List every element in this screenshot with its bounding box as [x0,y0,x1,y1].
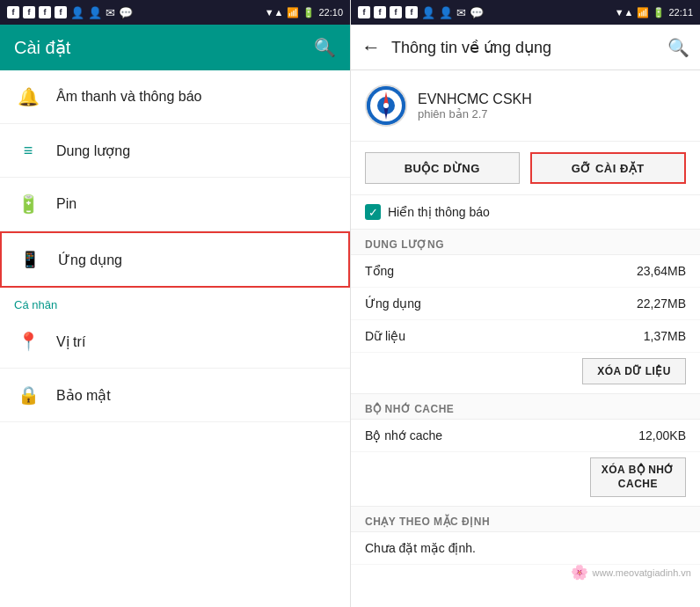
right-app-bar: ← Thông tin về ứng dụng 🔍 [351,25,700,70]
settings-sound-label: Âm thanh và thông báo [56,89,201,105]
cache-value: 12,00KB [638,428,686,442]
storage-data-label: Dữ liệu [365,329,405,343]
storage-app-value: 22,27MB [637,296,686,311]
storage-total-value: 23,64MB [637,264,686,278]
right-fb-icon-3: f [390,6,402,18]
left-time: 22:10 [318,7,343,18]
right-fb-icon-1: f [358,6,370,18]
left-panel: f f f f 👤 👤 ✉ 💬 ▼▲ 📶 🔋 22:10 Cài đặt 🔍 🔔… [0,0,350,607]
right-fb-icon-4: f [405,6,418,18]
clear-cache-btn-row: XÓA BỘ NHỚ CACHE [351,452,700,507]
status-bar-left-icons: f f f f 👤 👤 ✉ 💬 [7,6,133,19]
right-time: 22:11 [668,7,693,18]
storage-total-row: Tổng 23,64MB [351,255,700,288]
storage-icon: ≡ [14,136,42,165]
lotus-icon: 🌸 [571,564,588,581]
fb-icon-1: f [7,6,19,18]
right-msg-icon: ✉ [456,6,466,19]
right-panel: f f f f 👤 👤 ✉ 💬 ▼▲ 📶 🔋 22:11 ← Thông tin… [350,0,700,607]
settings-item-security[interactable]: 🔒 Bảo mật [0,369,350,422]
wifi-icon: ▼▲ [265,7,284,18]
notification-checkbox-label: Hiển thị thông báo [388,205,490,219]
clear-data-btn-row: XÓA DỮ LIỆU [351,353,700,394]
security-icon: 🔒 [14,381,42,409]
cache-label: Bộ nhớ cache [365,428,442,442]
messenger-icon: 💬 [119,6,133,19]
watermark-text: www.meovatgiadinh.vn [592,567,691,578]
right-search-icon[interactable]: 🔍 [667,37,689,58]
notification-checkbox-row: ✓ Hiển thị thông báo [351,195,700,230]
default-label: Chưa đặt mặc định. [365,541,476,555]
cache-section-title: BỘ NHỚ CACHE [351,394,700,420]
personal-section-header: Cá nhân [0,288,350,315]
force-stop-button[interactable]: BUỘC DỪNG [365,152,520,184]
right-messenger-icon: 💬 [470,6,484,19]
settings-item-sound[interactable]: 🔔 Âm thanh và thông báo [0,70,350,124]
left-status-bar: f f f f 👤 👤 ✉ 💬 ▼▲ 📶 🔋 22:10 [0,0,350,25]
left-search-icon[interactable]: 🔍 [314,37,336,58]
fb-icon-3: f [39,6,51,18]
storage-total-label: Tổng [365,264,394,278]
watermark: 🌸 www.meovatgiadinh.vn [571,564,691,581]
app-info-header: EVNHCMC CSKH phiên bản 2.7 [351,70,700,142]
left-app-bar-title: Cài đặt [14,37,70,58]
clear-data-button[interactable]: XÓA DỮ LIỆU [582,358,686,384]
sound-icon: 🔔 [14,83,42,111]
storage-data-value: 1,37MB [644,329,686,343]
uninstall-button[interactable]: GỠ CÀI ĐẶT [530,152,687,184]
right-wifi-icon: ▼▲ [615,7,634,18]
right-signal-icon: 📶 [637,7,649,18]
fb-icon-2: f [23,6,35,18]
right-battery-icon: 🔋 [653,7,665,18]
right-status-bar-right: ▼▲ 📶 🔋 22:11 [615,7,693,18]
location-icon: 📍 [14,327,42,355]
settings-apps-label: Ứng dụng [58,252,122,268]
storage-section-title: DUNG LƯỢNG [351,230,700,255]
settings-item-battery[interactable]: 🔋 Pin [0,178,350,231]
right-status-bar: f f f f 👤 👤 ✉ 💬 ▼▲ 📶 🔋 22:11 [351,0,700,25]
app-info-content: EVNHCMC CSKH phiên bản 2.7 BUỘC DỪNG GỠ … [351,70,700,607]
person-icon-2: 👤 [88,6,102,19]
fb-icon-4: f [55,6,67,18]
storage-app-row: Ứng dụng 22,27MB [351,288,700,320]
storage-app-label: Ứng dụng [365,296,421,311]
right-person-icon-2: 👤 [439,6,453,19]
clear-cache-button[interactable]: XÓA BỘ NHỚ CACHE [590,457,686,497]
app-logo-svg [367,86,405,125]
settings-location-label: Vị trí [56,333,85,350]
settings-item-apps[interactable]: 📱 Ứng dụng [0,231,350,288]
settings-list: 🔔 Âm thanh và thông báo ≡ Dung lượng 🔋 P… [0,70,350,607]
msg-icon: ✉ [106,6,115,19]
settings-security-label: Bảo mật [56,387,111,404]
app-name: EVNHCMC CSKH [418,91,532,107]
settings-storage-label: Dung lượng [56,143,130,159]
action-buttons-row: BUỘC DỪNG GỠ CÀI ĐẶT [351,142,700,195]
back-button[interactable]: ← [361,36,381,59]
battery-icon: 🔋 [14,190,42,218]
app-logo [365,84,407,127]
settings-item-storage[interactable]: ≡ Dung lượng [0,124,350,178]
settings-battery-label: Pin [56,196,77,212]
status-bar-right: ▼▲ 📶 🔋 22:10 [265,7,343,18]
apps-icon: 📱 [16,245,44,274]
right-fb-icon-2: f [374,6,386,18]
app-name-block: EVNHCMC CSKH phiên bản 2.7 [418,91,532,121]
app-version: phiên bản 2.7 [418,107,532,121]
right-status-bar-left: f f f f 👤 👤 ✉ 💬 [358,6,484,19]
storage-data-row: Dữ liệu 1,37MB [351,320,700,353]
default-row: Chưa đặt mặc định. [351,532,700,565]
left-app-bar: Cài đặt 🔍 [0,25,350,70]
settings-item-location[interactable]: 📍 Vị trí [0,315,350,369]
svg-point-5 [383,103,389,108]
person-icon-1: 👤 [70,6,84,19]
cache-row: Bộ nhớ cache 12,00KB [351,420,700,452]
battery-icon: 🔋 [303,7,315,18]
signal-icon: 📶 [287,7,299,18]
notification-checkbox[interactable]: ✓ [365,204,381,220]
default-section-title: CHẠY THEO MẶC ĐỊNH [351,507,700,532]
right-app-bar-title: Thông tin về ứng dụng [391,38,657,57]
right-person-icon-1: 👤 [421,6,435,19]
